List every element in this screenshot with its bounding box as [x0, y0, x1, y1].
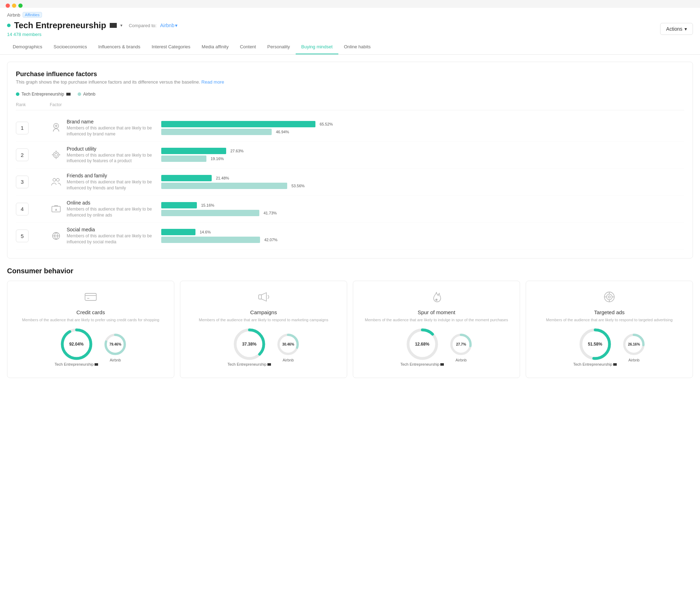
- main-donut-wrap-spur_of_moment: 12.68% Tech Entrepreneurship: [400, 328, 444, 366]
- main-donut-wrap-campaigns: 37.38% Tech Entrepreneurship: [228, 328, 271, 366]
- rank-cell: 3: [16, 176, 44, 188]
- breadcrumb-parent[interactable]: Airbnb: [7, 12, 20, 18]
- legend-light-dot: [78, 92, 81, 96]
- chart-col-header: [161, 102, 684, 107]
- legend-tech-icon: [66, 93, 71, 96]
- bar-light-label-3: 53.56%: [291, 184, 304, 188]
- legend-teal-dot: [16, 92, 19, 96]
- factor-name-5: Social media: [67, 227, 156, 232]
- factor-icon-social: [50, 229, 62, 243]
- factor-icon-brand: [50, 121, 62, 135]
- tab-content[interactable]: Content: [234, 40, 262, 54]
- tab-buying-mindset[interactable]: Buying mindset: [296, 40, 338, 54]
- factor-row-4: 4 Online ads Members of this audience th…: [16, 196, 684, 223]
- sec-donut-wrap-campaigns: 30.46% Airbnb: [277, 333, 300, 362]
- sec-donut-credit_cards: 79.46%: [104, 333, 127, 356]
- consumer-card-campaigns: Campaigns Members of the audience that a…: [180, 281, 347, 378]
- consumer-icon-spur_of_moment: [428, 288, 445, 306]
- legend-tech-label: Tech Entrepreneurship: [22, 92, 64, 97]
- sec-donut-text-campaigns: Airbnb: [283, 358, 294, 362]
- factor-info-5: Social media Members of this audience th…: [50, 227, 156, 245]
- tab-personality[interactable]: Personality: [261, 40, 295, 54]
- main-donut-campaigns: 37.38%: [234, 328, 265, 360]
- factor-desc-5: Members of this audience that are likely…: [67, 233, 156, 245]
- affinities-badge[interactable]: Affinities: [23, 12, 42, 18]
- title-row: Tech Entrepreneurship ▾ Compared to: Air…: [7, 20, 177, 30]
- consumer-name-campaigns: Campaigns: [250, 309, 277, 315]
- tab-socioeconomics[interactable]: Socioeconomics: [48, 40, 93, 54]
- tab-online-habits[interactable]: Online habits: [338, 40, 376, 54]
- bars-container-2: 27.63% 19.16%: [161, 148, 684, 162]
- legend-tech: Tech Entrepreneurship: [16, 92, 71, 97]
- bar-light-label-2: 19.16%: [211, 157, 224, 161]
- compared-to-value[interactable]: Airbnb ▾: [160, 23, 177, 28]
- sec-donut-wrap-targeted_ads: 26.16% Airbnb: [622, 333, 645, 362]
- legend-airbnb-label: Airbnb: [83, 92, 96, 97]
- bar-row-teal-5: 14.6%: [161, 229, 684, 235]
- main-donut-text-campaigns: Tech Entrepreneurship: [228, 362, 271, 366]
- donut-icon-targeted_ads: [613, 363, 617, 366]
- bar-light-4: [161, 210, 259, 216]
- consumer-grid: Credit cards Members of the audience tha…: [7, 281, 693, 378]
- main-donut-text-credit_cards: Tech Entrepreneurship: [55, 362, 98, 366]
- bar-row-light-2: 19.16%: [161, 156, 684, 162]
- sec-donut-wrap-credit_cards: 79.46% Airbnb: [104, 333, 127, 362]
- svg-point-3: [53, 178, 56, 181]
- purchase-desc: This graph shows the top purchase influe…: [16, 79, 684, 85]
- app-container: Airbnb Affinities Tech Entrepreneurship …: [0, 8, 700, 615]
- read-more-link[interactable]: Read more: [201, 79, 224, 85]
- maximize-button[interactable]: [18, 4, 23, 8]
- minimize-button[interactable]: [12, 4, 16, 8]
- factor-text-3: Friends and family Members of this audie…: [67, 173, 156, 191]
- members-count: 14 478 members: [7, 30, 177, 37]
- svg-rect-7: [85, 293, 96, 300]
- donuts-row-credit_cards: 92.04% Tech Entrepreneurship 79.46% Airb…: [55, 328, 127, 366]
- rank-cell: 4: [16, 203, 44, 215]
- consumer-name-spur_of_moment: Spur of moment: [418, 309, 455, 315]
- actions-dropdown-icon: ▾: [684, 26, 687, 32]
- bar-light-label-1: 46.94%: [276, 130, 289, 134]
- donuts-row-spur_of_moment: 12.68% Tech Entrepreneurship 27.7% Airbn…: [400, 328, 473, 366]
- rank-badge-2: 2: [16, 148, 29, 161]
- rank-cell: 2: [16, 148, 44, 161]
- rank-badge-4: 4: [16, 203, 29, 215]
- close-button[interactable]: [6, 4, 10, 8]
- bars-container-5: 14.6% 42.07%: [161, 229, 684, 243]
- nav-tabs: Demographics Socioeconomics Influencers …: [0, 40, 700, 55]
- title-dropdown[interactable]: ▾: [120, 23, 122, 28]
- consumer-name-targeted_ads: Targeted ads: [594, 309, 625, 315]
- svg-point-22: [607, 294, 612, 300]
- factor-row-5: 5 Social media Members of this audience …: [16, 223, 684, 250]
- sec-donut-text-targeted_ads: Airbnb: [628, 358, 640, 362]
- factor-row-1: 1 Brand name Members of this audience th…: [16, 115, 684, 142]
- factor-name-3: Friends and family: [67, 173, 156, 178]
- factor-name-2: Product utility: [67, 146, 156, 152]
- donuts-row-campaigns: 37.38% Tech Entrepreneurship 30.46% Airb…: [228, 328, 300, 366]
- bar-light-2: [161, 156, 206, 162]
- actions-button[interactable]: Actions ▾: [660, 23, 693, 35]
- main-donut-label-campaigns: 37.38%: [242, 342, 257, 347]
- tab-interest[interactable]: Interest Categories: [146, 40, 196, 54]
- consumer-name-credit_cards: Credit cards: [77, 309, 105, 315]
- factor-rows: 1 Brand name Members of this audience th…: [16, 115, 684, 250]
- svg-point-16: [435, 299, 438, 301]
- factor-desc-4: Members of this audience that are likely…: [67, 206, 156, 218]
- compared-dropdown-icon: ▾: [175, 23, 177, 28]
- bar-teal-label-5: 14.6%: [200, 230, 211, 234]
- traffic-lights: [6, 4, 23, 8]
- main-donut-targeted_ads: 51.58%: [579, 328, 611, 360]
- svg-point-4: [56, 178, 59, 181]
- bar-light-label-4: 41.73%: [264, 211, 277, 215]
- tab-influencers[interactable]: Influencers & brands: [92, 40, 146, 54]
- bar-teal-label-4: 15.16%: [201, 203, 214, 207]
- consumer-desc-credit_cards: Members of the audience that are likely …: [22, 317, 159, 323]
- factor-icon-friends: [50, 175, 62, 189]
- rank-cell: 1: [16, 122, 44, 134]
- tab-media[interactable]: Media affinity: [196, 40, 234, 54]
- tab-demographics[interactable]: Demographics: [7, 40, 48, 54]
- bar-teal-label-3: 21.48%: [216, 176, 229, 180]
- sec-donut-label-targeted_ads: 26.16%: [628, 342, 640, 346]
- main-donut-credit_cards: 92.04%: [61, 328, 92, 360]
- factor-icon-online_ads: [50, 202, 62, 216]
- consumer-card-targeted_ads: Targeted ads Members of the audience tha…: [526, 281, 693, 378]
